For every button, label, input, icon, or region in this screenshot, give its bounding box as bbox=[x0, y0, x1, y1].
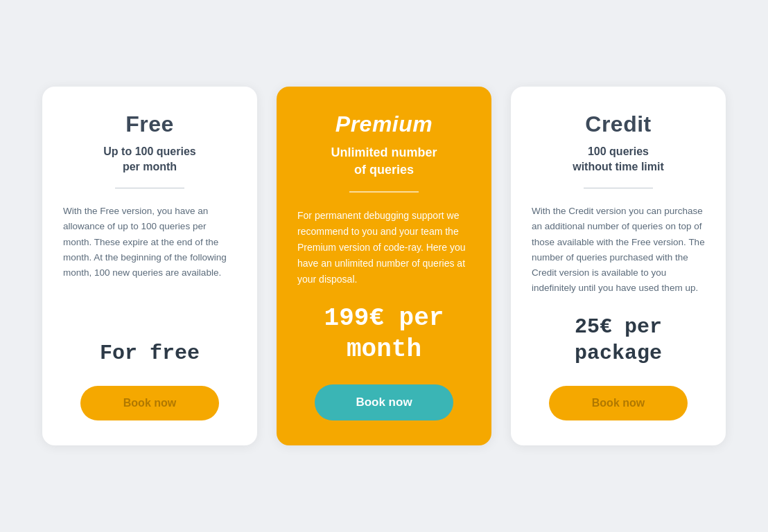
card-credit-book-button[interactable]: Book now bbox=[549, 386, 688, 420]
card-premium: Premium Unlimited numberof queries For p… bbox=[277, 87, 491, 445]
card-credit-title: Credit bbox=[585, 112, 651, 137]
card-free-description: With the Free version, you have an allow… bbox=[63, 204, 236, 326]
card-free: Free Up to 100 queriesper month With the… bbox=[42, 87, 257, 445]
card-free-price: For free bbox=[100, 341, 200, 367]
card-credit-divider bbox=[584, 188, 653, 189]
pricing-container: Free Up to 100 queriesper month With the… bbox=[0, 73, 768, 459]
card-premium-title: Premium bbox=[335, 112, 433, 137]
card-free-divider bbox=[115, 188, 184, 189]
card-free-book-button[interactable]: Book now bbox=[80, 386, 219, 420]
card-free-title: Free bbox=[125, 112, 174, 137]
card-credit-price: 25€ perpackage bbox=[575, 314, 662, 366]
card-credit-subtitle: 100 querieswithout time limit bbox=[573, 144, 664, 175]
card-credit-description: With the Credit version you can purchase… bbox=[532, 204, 705, 299]
card-premium-price: 199€ permonth bbox=[324, 303, 444, 365]
card-credit: Credit 100 querieswithout time limit Wit… bbox=[511, 87, 726, 445]
card-premium-description: For permanent debugging support we recom… bbox=[297, 208, 471, 287]
card-premium-subtitle: Unlimited numberof queries bbox=[331, 144, 437, 179]
card-free-subtitle: Up to 100 queriesper month bbox=[103, 144, 195, 175]
card-premium-divider bbox=[349, 191, 419, 193]
card-premium-book-button[interactable]: Book now bbox=[315, 384, 453, 420]
